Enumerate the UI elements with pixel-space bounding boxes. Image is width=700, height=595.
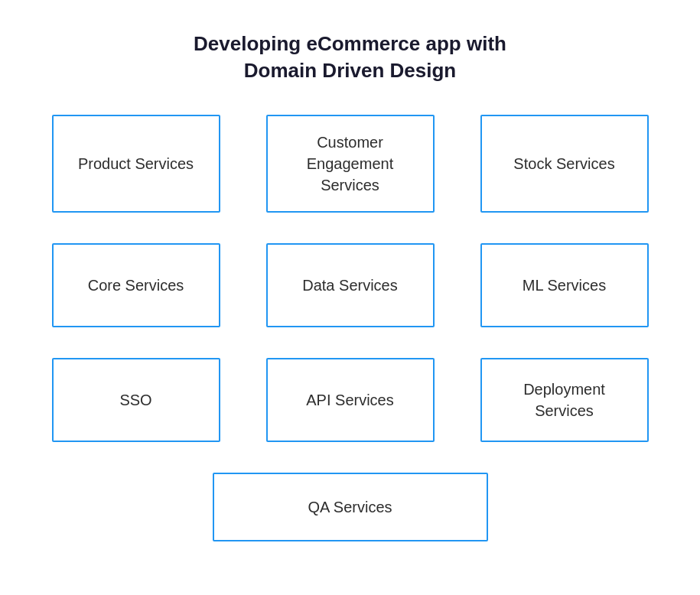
product-services-box: Product Services xyxy=(52,115,220,213)
core-services-box: Core Services xyxy=(52,243,220,327)
deployment-services-box: Deployment Services xyxy=(480,358,649,442)
ml-services-box: ML Services xyxy=(480,243,649,327)
stock-services-box: Stock Services xyxy=(480,115,649,213)
bottom-row: QA Services xyxy=(213,473,488,541)
qa-services-box: QA Services xyxy=(213,473,488,541)
data-services-box: Data Services xyxy=(266,243,435,327)
services-grid: Product Services Customer Engagement Ser… xyxy=(52,115,649,442)
customer-engagement-services-box: Customer Engagement Services xyxy=(266,115,435,213)
sso-box: SSO xyxy=(52,358,220,442)
page-title: Developing eCommerce app with Domain Dri… xyxy=(194,31,506,84)
api-services-box: API Services xyxy=(266,358,435,442)
